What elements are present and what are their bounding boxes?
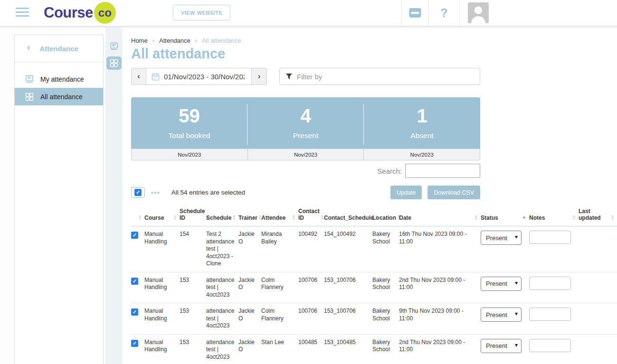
row-checkbox[interactable]: ✓ (131, 340, 138, 347)
notes-input[interactable] (529, 277, 571, 290)
breadcrumb-attendance[interactable]: Attendance (159, 37, 190, 44)
stat-value: 59 (179, 106, 200, 125)
date-range-box[interactable] (146, 68, 252, 85)
cell-schedule_id: 154 (180, 226, 206, 272)
download-csv-button[interactable]: Download CSV (427, 186, 480, 199)
column-header-contact_schedule[interactable]: Contact_Schedule▲▼ (324, 206, 372, 226)
column-label: Notes (529, 215, 545, 221)
cell-contact_schedule: 153_100706 (324, 272, 372, 303)
column-header-contact_id[interactable]: Contact ID▲▼ (298, 206, 324, 226)
cell-course: Manual Handling (144, 334, 180, 364)
avatar[interactable] (468, 2, 489, 23)
icon-rail (105, 28, 123, 364)
search-input[interactable] (405, 164, 480, 178)
date-range-input[interactable] (164, 73, 245, 81)
column-header-course[interactable]: Course▲▼ (144, 206, 180, 226)
column-header-schedule[interactable]: Schedule▲▼ (206, 206, 238, 226)
cell-attendee: Colm Flannery (261, 272, 298, 303)
sort-icon: ▲▼ (572, 215, 576, 221)
stat-label: Absent (410, 131, 433, 140)
inbox-icon (408, 7, 422, 19)
breadcrumb-current: All attendance (202, 37, 241, 44)
cell-location: Bakery School (372, 272, 399, 303)
column-label: Contact ID (298, 208, 320, 221)
sidebar-item-my-attendance[interactable]: My attendance (15, 70, 103, 88)
selection-message: All 54 entries are selected (171, 189, 245, 196)
stat-value: 4 (300, 106, 311, 125)
column-header-trainer[interactable]: Trainer▲▼ (238, 206, 261, 226)
notes-input[interactable] (529, 231, 571, 244)
update-button[interactable]: Update (390, 186, 422, 199)
cell-last-updated (579, 334, 617, 364)
cell-contact_id: 100706 (298, 303, 324, 335)
column-header-status[interactable]: Status▲ (481, 206, 529, 226)
column-label: Contact_Schedule (324, 215, 374, 221)
stat-period: Nov/2023 (247, 149, 364, 160)
view-website-button[interactable]: VIEW WEBSITE (173, 5, 230, 20)
sort-icon: ▲▼ (232, 215, 236, 221)
page-title: All attendance (131, 46, 617, 62)
sidebar-item-all-attendance[interactable]: All attendance (15, 88, 103, 105)
cell-trainer: Jackie O (238, 303, 261, 335)
sort-icon: ▲▼ (321, 215, 324, 221)
column-label: Date (399, 215, 411, 221)
column-header-attendee[interactable]: Attendee▲▼ (261, 206, 298, 226)
filter-funnel-icon (285, 73, 293, 80)
column-label: Last updated (579, 208, 610, 221)
status-select[interactable]: Present (481, 308, 522, 322)
status-select[interactable]: Present (481, 277, 522, 291)
row-checkbox[interactable]: ✓ (131, 308, 138, 316)
prev-period-button[interactable]: ‹ (131, 68, 146, 85)
more-options-icon[interactable]: ••• (151, 189, 161, 196)
cell-schedule_id: 153 (180, 272, 206, 303)
cell-attendee: Miranda Bailey (261, 226, 298, 272)
column-header-date[interactable]: Date▲▼ (399, 206, 481, 226)
divider (459, 0, 460, 26)
header-actions: ? (401, 0, 489, 26)
hamburger-menu-icon[interactable] (16, 8, 29, 19)
notes-input[interactable] (529, 308, 571, 321)
sidebar: ‹ Attendance My attendance All attendanc… (14, 35, 104, 364)
row-checkbox[interactable]: ✓ (131, 232, 138, 239)
notes-input[interactable] (529, 339, 571, 352)
stat-label: Present (293, 131, 318, 140)
cell-schedule: attendance test | 4oct2023 (206, 303, 238, 335)
filter-box (279, 68, 480, 85)
sidebar-title: Attendance (39, 45, 78, 53)
cell-schedule: Test 2 attendance test | 4oct2023 - Clon… (206, 226, 238, 272)
rail-all-attendance-button[interactable] (106, 56, 122, 70)
rail-my-attendance-button[interactable] (108, 41, 120, 52)
table-header-row: ▲▼Course▲▼Schedule ID▲▼Schedule▲▼Trainer… (131, 206, 617, 226)
select-all-wrapper[interactable]: ✓ (131, 187, 145, 198)
cell-trainer: Jackie O (238, 334, 261, 364)
column-label: Schedule ID (180, 208, 205, 221)
status-select[interactable]: Present (481, 231, 522, 245)
stat-present: 4 Present (247, 97, 364, 149)
column-header-location[interactable]: Location▲▼ (372, 206, 399, 226)
next-period-button[interactable]: › (252, 68, 267, 85)
cell-date: 9th Thu Nov 2023 09:00 - 11:00 (399, 303, 481, 335)
sort-icon: ▲▼ (292, 215, 295, 221)
sort-icon: ▲▼ (475, 215, 478, 221)
stat-value: 1 (417, 106, 427, 125)
breadcrumb: Home › Attendance › All attendance (131, 37, 617, 44)
row-checkbox[interactable]: ✓ (131, 278, 138, 285)
filter-input[interactable] (297, 73, 474, 81)
inbox-button[interactable] (402, 0, 428, 26)
cell-attendee: Stan Lee (261, 334, 298, 364)
table-row: ✓Manual Handling153attendance test | 4oc… (131, 272, 617, 303)
logo[interactable]: Course co (44, 2, 116, 24)
sidebar-back[interactable]: ‹ Attendance (15, 35, 103, 62)
select-all-checkbox[interactable]: ✓ (134, 189, 142, 196)
sidebar-item-label: All attendance (40, 93, 83, 101)
help-button[interactable]: ? (429, 0, 459, 26)
column-header-schedule_id[interactable]: Schedule ID▲▼ (180, 206, 206, 226)
column-header-notes[interactable]: Notes▲▼ (529, 206, 579, 226)
breadcrumb-home[interactable]: Home (131, 37, 148, 44)
stat-label: Total booked (169, 131, 210, 140)
cell-course: Manual Handling (144, 303, 180, 335)
column-header-last_updated[interactable]: Last updated▲▼ (579, 206, 617, 226)
status-select[interactable]: Present (481, 339, 522, 353)
chevron-right-icon: › (195, 37, 197, 44)
column-header-select[interactable]: ▲▼ (131, 206, 144, 226)
